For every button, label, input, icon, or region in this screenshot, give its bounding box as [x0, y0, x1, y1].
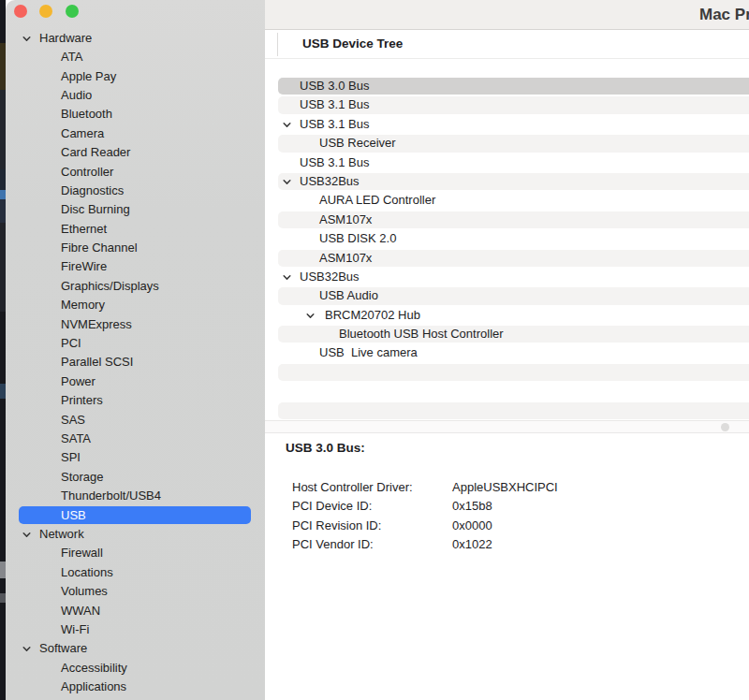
field-value: AppleUSBXHCIPCI [452, 478, 558, 497]
tree-row-bluetooth-usb-host-controller[interactable]: Bluetooth USB Host Controller [265, 325, 749, 343]
detail-field-pci-vendor-id: PCI Vendor ID:0x1022 [292, 535, 558, 554]
label: Locations [61, 565, 113, 579]
label: USB32Bus [300, 270, 360, 284]
usb-tree-list: USB 3.0 BusUSB 3.1 BusUSB 3.1 BusUSB Rec… [265, 59, 749, 420]
label: ASM107x [319, 251, 372, 265]
sidebar-item-accessibility[interactable]: Accessibility [6, 659, 265, 678]
sidebar-item-apple-pay[interactable]: Apple Pay [6, 67, 265, 86]
tree-row-empty [265, 382, 749, 401]
sidebar-item-card-reader[interactable]: Card Reader [6, 143, 265, 162]
sidebar-item-usb[interactable]: USB [6, 506, 265, 525]
label: Bluetooth USB Host Controller [339, 327, 504, 341]
sidebar-item-controller[interactable]: Controller [6, 163, 265, 182]
sidebar-item-applications[interactable]: Applications [6, 678, 265, 696]
usb-device-tree-heading: USB Device Tree [302, 30, 403, 58]
tree-row-usb-3-1-bus[interactable]: USB 3.1 Bus [265, 153, 749, 172]
label: SPI [61, 450, 81, 464]
minimize-button[interactable] [39, 5, 52, 18]
label: Accessibility [61, 661, 127, 675]
label: PCI [61, 336, 81, 350]
label: Controller [61, 165, 113, 179]
sidebar-item-firewall[interactable]: Firewall [6, 544, 265, 562]
chevron-down-icon[interactable] [282, 177, 292, 187]
sidebar-item-printers[interactable]: Printers [6, 391, 265, 410]
tree-row-aura-led-controller[interactable]: AURA LED Controller [265, 191, 749, 210]
field-label: PCI Vendor ID: [292, 535, 452, 554]
tree-row-usb-3-1-bus[interactable]: USB 3.1 Bus [265, 115, 749, 134]
label: Diagnostics [61, 183, 124, 197]
label: Printers [61, 393, 103, 407]
sidebar-item-diagnostics[interactable]: Diagnostics [6, 182, 265, 200]
tree-row-usb-audio[interactable]: USB Audio [265, 286, 749, 305]
field-value: 0x1022 [452, 535, 492, 554]
label: SAS [61, 413, 85, 427]
sidebar-section-hardware[interactable]: Hardware [6, 29, 265, 48]
detail-title: USB 3.0 Bus: [286, 441, 365, 455]
pane-splitter[interactable] [265, 420, 749, 433]
tree-row-usb32bus[interactable]: USB32Bus [265, 172, 749, 191]
close-button[interactable] [14, 5, 27, 18]
sidebar-item-camera[interactable]: Camera [6, 124, 265, 143]
tree-row-usb-receiver[interactable]: USB Receiver [265, 134, 749, 153]
label: Volumes [61, 584, 108, 598]
label: Firewall [61, 546, 103, 560]
chevron-down-icon[interactable] [282, 272, 292, 283]
sidebar-item-sata[interactable]: SATA [6, 430, 265, 448]
sidebar-item-ethernet[interactable]: Ethernet [6, 220, 265, 239]
tree-row-empty [265, 363, 749, 382]
sidebar-item-wi-fi[interactable]: Wi-Fi [6, 620, 265, 639]
chevron-down-icon[interactable] [22, 530, 32, 540]
sidebar-item-bluetooth[interactable]: Bluetooth [6, 105, 265, 124]
tree-row-asm107x[interactable]: ASM107x [265, 211, 749, 229]
sidebar-nav: HardwareATAApple PayAudioBluetoothCamera… [6, 29, 265, 697]
sidebar-item-sas[interactable]: SAS [6, 411, 265, 430]
tree-row-usb-3-1-bus[interactable]: USB 3.1 Bus [265, 95, 749, 114]
label: ATA [61, 50, 82, 64]
sidebar-item-fibre-channel[interactable]: Fibre Channel [6, 239, 265, 257]
sidebar-item-ata[interactable]: ATA [6, 48, 265, 66]
sidebar-item-pci[interactable]: PCI [6, 334, 265, 353]
splitter-handle-icon [721, 423, 729, 431]
label: Card Reader [61, 145, 130, 159]
panel-header: USB Device Tree [265, 30, 749, 59]
sidebar-section-software[interactable]: Software [6, 639, 265, 658]
sidebar-item-power[interactable]: Power [6, 372, 265, 391]
tree-row-usb32bus[interactable]: USB32Bus [265, 268, 749, 286]
sidebar-item-wwan[interactable]: WWAN [6, 602, 265, 620]
sidebar-item-thunderbolt-usb4[interactable]: Thunderbolt/USB4 [6, 487, 265, 505]
sidebar-item-firewire[interactable]: FireWire [6, 257, 265, 276]
sidebar-item-storage[interactable]: Storage [6, 468, 265, 487]
label: Apple Pay [61, 69, 116, 83]
sidebar-item-locations[interactable]: Locations [6, 563, 265, 582]
tree-row-asm107x[interactable]: ASM107x [265, 249, 749, 268]
field-value: 0x15b8 [452, 497, 492, 516]
tree-row-usb-3-0-bus[interactable]: USB 3.0 Bus [265, 77, 749, 95]
tree-row-usb-live-camera[interactable]: USB Live camera [265, 343, 749, 362]
chevron-down-icon[interactable] [282, 120, 292, 130]
zoom-button[interactable] [66, 5, 79, 18]
sidebar-section-network[interactable]: Network [6, 525, 265, 544]
sidebar-item-spi[interactable]: SPI [6, 448, 265, 467]
chevron-down-icon[interactable] [22, 34, 32, 44]
sidebar-item-nvmexpress[interactable]: NVMExpress [6, 315, 265, 334]
label: USB 3.1 Bus [300, 97, 369, 111]
usb-device-tree-pane: USB 3.0 BusUSB 3.1 BusUSB 3.1 BusUSB Rec… [265, 59, 749, 420]
field-label: PCI Revision ID: [292, 517, 452, 535]
tree-row-usb-disk-2-0[interactable]: USB DISK 2.0 [265, 229, 749, 248]
sidebar-item-graphics-displays[interactable]: Graphics/Displays [6, 277, 265, 296]
sidebar-item-parallel-scsi[interactable]: Parallel SCSI [6, 353, 265, 372]
label: USB Live camera [319, 345, 418, 359]
sidebar-item-audio[interactable]: Audio [6, 86, 265, 105]
sidebar-item-disc-burning[interactable]: Disc Burning [6, 200, 265, 219]
header-column-divider [277, 33, 278, 56]
label: SATA [61, 431, 91, 445]
label: Graphics/Displays [61, 279, 159, 293]
sidebar-item-volumes[interactable]: Volumes [6, 582, 265, 601]
chevron-down-icon[interactable] [22, 644, 32, 654]
chevron-down-icon[interactable] [305, 311, 316, 321]
tree-row-brcm20702-hub[interactable]: BRCM20702 Hub [265, 306, 749, 325]
sidebar-item-memory[interactable]: Memory [6, 296, 265, 314]
label: Audio [61, 88, 92, 102]
label: Power [61, 374, 95, 388]
label: WWAN [61, 604, 100, 618]
